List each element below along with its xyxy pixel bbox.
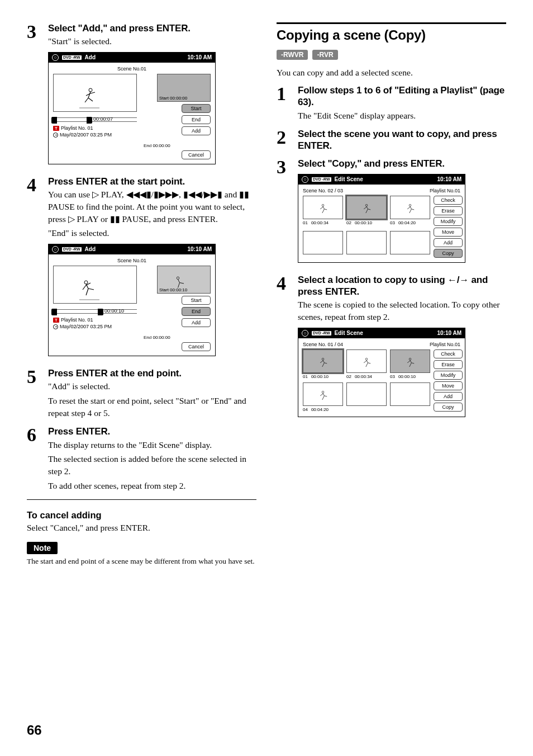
- playlist-label: Playlist No. 01: [61, 125, 93, 131]
- scene-cell[interactable]: [303, 231, 343, 258]
- ui-title: Edit Scene: [335, 176, 363, 182]
- scene-thumb[interactable]: [346, 382, 387, 406]
- dvd-badge: DVD -RW: [62, 55, 82, 60]
- ui-add-screenshot-2: DVD -RW Add 10:10 AM Scene No.01: [48, 244, 216, 356]
- scene-counter: Scene No. 01 / 04: [303, 342, 343, 347]
- cancel-button[interactable]: Cancel: [182, 150, 211, 159]
- disc-badges: -RWVR -RVR: [277, 50, 506, 60]
- step-number: 3: [277, 158, 292, 270]
- divider: [27, 499, 256, 500]
- step-5: 5 Press ENTER at the end point. "Add" is…: [27, 367, 256, 421]
- scene-cell[interactable]: [390, 382, 430, 412]
- scene-buttons: CheckEraseModifyMoveAddCopy: [434, 349, 463, 412]
- step-title: Select "Copy," and press ENTER.: [298, 158, 506, 169]
- step-3: 3 Select "Add," and press ENTER. "Start"…: [27, 22, 256, 171]
- copy-step-2: 2 Select the scene you want to copy, and…: [277, 128, 506, 153]
- arrow-icon: ←/→: [448, 275, 469, 285]
- playlist-info: TPlaylist No. 01 May/02/2007 03:25 PM: [53, 317, 137, 329]
- disc-icon: [302, 330, 308, 337]
- step-text: The display returns to the "Edit Scene" …: [48, 439, 256, 451]
- add-button[interactable]: Add: [434, 238, 463, 247]
- ui-clock: 10:10 AM: [187, 54, 212, 60]
- scene-timecode: 0200:00:10: [346, 220, 387, 225]
- ui-add-screenshot-1: DVD -RW Add 10:10 AM Scene No.01: [48, 52, 216, 164]
- scene-thumb[interactable]: [390, 196, 430, 219]
- dvd-badge: DVD -RW: [312, 331, 331, 336]
- scene-cell[interactable]: [346, 382, 387, 412]
- ui-title: Edit Scene: [335, 330, 363, 336]
- move-button[interactable]: Move: [434, 228, 463, 237]
- scene-cell[interactable]: 0100:00:10: [303, 349, 343, 379]
- timeline-knob-left[interactable]: [51, 309, 57, 315]
- disc-icon: [52, 246, 59, 253]
- scene-cell[interactable]: 0400:04:20: [303, 382, 343, 412]
- scene-grid: 0100:00:100200:00:340300:00:100400:04:20: [303, 349, 430, 412]
- scene-cell[interactable]: 0200:00:34: [346, 349, 387, 379]
- copy-button[interactable]: Copy: [434, 249, 463, 258]
- scene-thumb[interactable]: [390, 382, 430, 406]
- start-button[interactable]: Start: [182, 104, 211, 113]
- t-badge: T: [53, 318, 59, 323]
- erase-button[interactable]: Erase: [434, 360, 463, 369]
- playlist-label: Playlist No. 01: [61, 317, 93, 323]
- scene-thumb[interactable]: [303, 382, 343, 406]
- step-number: 1: [277, 84, 292, 124]
- scene-thumb[interactable]: [390, 231, 430, 254]
- timeline-knob-right[interactable]: [98, 309, 103, 315]
- scene-thumb[interactable]: [346, 231, 387, 254]
- scene-cell[interactable]: [346, 231, 387, 258]
- copy-button[interactable]: Copy: [434, 403, 463, 412]
- step-title: Select a location to copy to using ←/→ a…: [298, 274, 506, 298]
- erase-button[interactable]: Erase: [434, 206, 463, 215]
- scene-cell[interactable]: 0300:04:20: [390, 196, 430, 228]
- scene-cell[interactable]: 0200:00:10: [346, 196, 387, 228]
- thumb-end-label: End 00:00:00: [144, 143, 170, 148]
- badge-rwvr: -RWVR: [277, 50, 308, 60]
- ui-clock: 10:10 AM: [437, 176, 461, 182]
- disc-icon: [302, 176, 308, 183]
- playlist-date: May/02/2007 03:25 PM: [60, 132, 112, 138]
- modify-button[interactable]: Modify: [434, 371, 463, 380]
- thumb-start-label: Start 00:00:00: [159, 96, 187, 101]
- scene-cell[interactable]: [390, 231, 430, 258]
- step-number: 5: [27, 367, 42, 421]
- start-button[interactable]: Start: [182, 296, 211, 305]
- scene-thumb[interactable]: [303, 349, 343, 373]
- step-number: 3: [27, 22, 42, 171]
- check-button[interactable]: Check: [434, 349, 463, 358]
- preview-panel: [53, 74, 137, 112]
- add-button[interactable]: Add: [182, 318, 211, 327]
- modify-button[interactable]: Modify: [434, 217, 463, 226]
- scene-timecode: 0400:04:20: [303, 407, 343, 412]
- step-number: 4: [27, 176, 42, 363]
- end-button[interactable]: End: [182, 115, 211, 124]
- thumb-start-label: Start 00:00:10: [159, 287, 187, 292]
- scene-thumb[interactable]: [390, 349, 430, 373]
- ui-title: Add: [85, 54, 96, 60]
- scene-thumb[interactable]: [303, 231, 343, 254]
- add-button[interactable]: Add: [434, 392, 463, 401]
- timeline-knob-right[interactable]: [87, 117, 92, 124]
- timeline-knob-left[interactable]: [51, 117, 57, 124]
- add-button[interactable]: Add: [182, 126, 211, 135]
- ui-editscene-2: DVD -RW Edit Scene 10:10 AM Scene No. 01…: [298, 328, 465, 417]
- scene-cell[interactable]: 0300:00:10: [390, 349, 430, 379]
- end-button[interactable]: End: [182, 307, 211, 316]
- cancel-button[interactable]: Cancel: [182, 342, 211, 351]
- scene-thumb[interactable]: [346, 349, 387, 373]
- section-heading: Copying a scene (Copy): [277, 27, 506, 43]
- scene-thumb[interactable]: [346, 196, 387, 219]
- step-title: Press ENTER at the end point.: [48, 367, 256, 379]
- scene-thumb[interactable]: [303, 196, 343, 219]
- timeline[interactable]: 00:00:07: [53, 117, 137, 122]
- scene-timecode: 0200:00:34: [346, 374, 387, 379]
- step-4: 4 Press ENTER at the start point. You ca…: [27, 176, 256, 363]
- check-button[interactable]: Check: [434, 196, 463, 205]
- move-button[interactable]: Move: [434, 381, 463, 390]
- svg-point-7: [365, 358, 368, 360]
- copy-step-3: 3 Select "Copy," and press ENTER. DVD -R…: [277, 158, 506, 270]
- timeline[interactable]: 00:00:10: [53, 309, 137, 314]
- playlist-info: TPlaylist No. 01 May/02/2007 03:25 PM: [53, 125, 137, 138]
- scene-cell[interactable]: 0100:00:34: [303, 196, 343, 228]
- svg-point-4: [365, 204, 368, 206]
